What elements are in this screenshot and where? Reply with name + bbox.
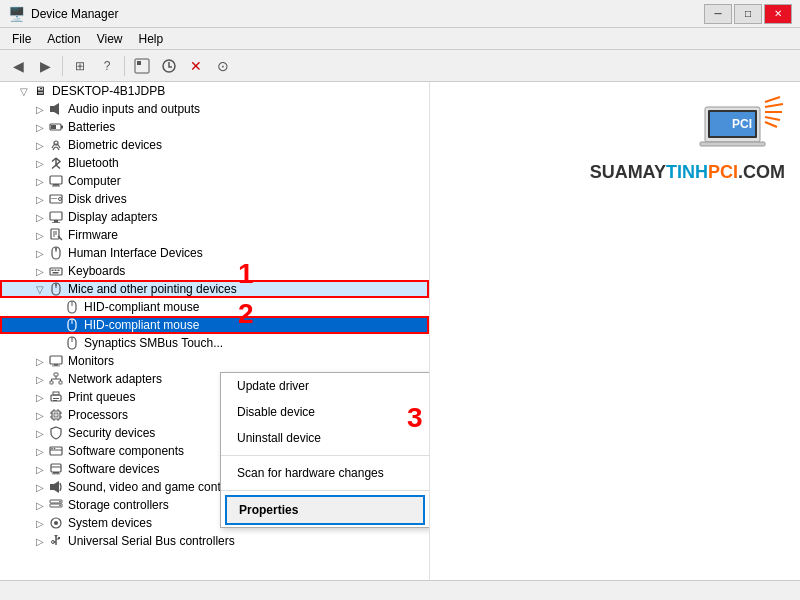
tree-root[interactable]: ▽ 🖥 DESKTOP-4B1JDPB bbox=[0, 82, 429, 100]
security-icon bbox=[48, 425, 64, 441]
toolbar: ◀ ▶ ⊞ ? ✕ ⊙ bbox=[0, 50, 800, 82]
computer-label: Computer bbox=[68, 174, 121, 188]
svg-rect-51 bbox=[53, 398, 59, 399]
tree-item-mice[interactable]: ▽ Mice and other pointing devices bbox=[0, 280, 429, 298]
tree-item-audio[interactable]: ▷ Audio inputs and outputs bbox=[0, 100, 429, 118]
svg-line-94 bbox=[765, 122, 777, 127]
menu-action[interactable]: Action bbox=[39, 30, 88, 48]
title-bar: 🖥️ Device Manager ─ □ ✕ bbox=[0, 0, 800, 28]
toolbar-separator-2 bbox=[124, 56, 125, 76]
tree-item-usb[interactable]: ▷ Universal Serial Bus controllers bbox=[0, 532, 429, 550]
print-toggle[interactable]: ▷ bbox=[32, 389, 48, 405]
tree-item-keyboards[interactable]: ▷ Keyboards bbox=[0, 262, 429, 280]
svg-rect-14 bbox=[51, 198, 57, 199]
svg-rect-15 bbox=[50, 212, 62, 220]
tree-item-hid-mouse-1[interactable]: ▷ HID-compliant mouse bbox=[0, 298, 429, 316]
svg-rect-54 bbox=[54, 413, 58, 417]
audio-toggle[interactable]: ▷ bbox=[32, 101, 48, 117]
main-content: ▽ 🖥 DESKTOP-4B1JDPB ▷ Audio inputs and o… bbox=[0, 82, 800, 580]
display-toggle[interactable]: ▷ bbox=[32, 209, 48, 225]
svg-point-66 bbox=[54, 448, 56, 450]
monitors-icon bbox=[48, 353, 64, 369]
svg-rect-17 bbox=[52, 222, 60, 223]
ctx-separator-2 bbox=[221, 490, 429, 491]
brand-tinh: TINH bbox=[666, 162, 708, 183]
svg-rect-6 bbox=[61, 126, 63, 129]
usb-label: Universal Serial Bus controllers bbox=[68, 534, 235, 548]
device-tree[interactable]: ▽ 🖥 DESKTOP-4B1JDPB ▷ Audio inputs and o… bbox=[0, 82, 430, 580]
network-toggle[interactable]: ▷ bbox=[32, 371, 48, 387]
svg-rect-52 bbox=[53, 400, 57, 401]
toolbar-delete[interactable]: ✕ bbox=[184, 54, 208, 78]
svg-rect-69 bbox=[53, 472, 59, 474]
biometric-label: Biometric devices bbox=[68, 138, 162, 152]
toolbar-forward[interactable]: ▶ bbox=[33, 54, 57, 78]
tree-item-synaptics[interactable]: ▷ Synaptics SMBus Touch... bbox=[0, 334, 429, 352]
maximize-button[interactable]: □ bbox=[734, 4, 762, 24]
toolbar-help[interactable]: ? bbox=[95, 54, 119, 78]
firmware-icon bbox=[48, 227, 64, 243]
sound-icon bbox=[48, 479, 64, 495]
security-toggle[interactable]: ▷ bbox=[32, 425, 48, 441]
biometric-toggle[interactable]: ▷ bbox=[32, 137, 48, 153]
firmware-toggle[interactable]: ▷ bbox=[32, 227, 48, 243]
tree-item-biometric[interactable]: ▷ Biometric devices bbox=[0, 136, 429, 154]
ctx-update-driver[interactable]: Update driver bbox=[221, 373, 429, 399]
tree-item-monitors[interactable]: ▷ Monitors bbox=[0, 352, 429, 370]
svg-line-90 bbox=[765, 97, 780, 102]
hid-toggle[interactable]: ▷ bbox=[32, 245, 48, 261]
toolbar-back[interactable]: ◀ bbox=[6, 54, 30, 78]
svg-rect-9 bbox=[50, 176, 62, 184]
usb-toggle[interactable]: ▷ bbox=[32, 533, 48, 549]
toolbar-properties[interactable]: ⊞ bbox=[68, 54, 92, 78]
tree-item-bluetooth[interactable]: ▷ Bluetooth bbox=[0, 154, 429, 172]
pci-logo-svg: PCI bbox=[695, 92, 785, 162]
keyboards-toggle[interactable]: ▷ bbox=[32, 263, 48, 279]
context-menu: Update driver Disable device Uninstall d… bbox=[220, 372, 430, 528]
tree-item-display[interactable]: ▷ Display adapters bbox=[0, 208, 429, 226]
svg-point-13 bbox=[59, 198, 62, 201]
tree-item-hid[interactable]: ▷ Human Interface Devices bbox=[0, 244, 429, 262]
processors-toggle[interactable]: ▷ bbox=[32, 407, 48, 423]
swcomp-toggle[interactable]: ▷ bbox=[32, 443, 48, 459]
disk-label: Disk drives bbox=[68, 192, 127, 206]
storage-toggle[interactable]: ▷ bbox=[32, 497, 48, 513]
close-button[interactable]: ✕ bbox=[764, 4, 792, 24]
bluetooth-toggle[interactable]: ▷ bbox=[32, 155, 48, 171]
monitors-toggle[interactable]: ▷ bbox=[32, 353, 48, 369]
swdev-toggle[interactable]: ▷ bbox=[32, 461, 48, 477]
ctx-properties[interactable]: Properties bbox=[225, 495, 425, 525]
tree-item-hid-mouse-2[interactable]: ▷ HID-compliant mouse bbox=[0, 316, 429, 334]
mice-toggle[interactable]: ▽ bbox=[32, 281, 48, 297]
tree-item-firmware[interactable]: ▷ Firmware bbox=[0, 226, 429, 244]
tree-item-batteries[interactable]: ▷ Batteries bbox=[0, 118, 429, 136]
menu-file[interactable]: File bbox=[4, 30, 39, 48]
toolbar-show-hidden[interactable] bbox=[130, 54, 154, 78]
toolbar-refresh[interactable]: ⊙ bbox=[211, 54, 235, 78]
network-icon bbox=[48, 371, 64, 387]
tree-item-computer[interactable]: ▷ Computer bbox=[0, 172, 429, 190]
system-toggle[interactable]: ▷ bbox=[32, 515, 48, 531]
root-toggle[interactable]: ▽ bbox=[16, 83, 32, 99]
usb-icon bbox=[48, 533, 64, 549]
menu-view[interactable]: View bbox=[89, 30, 131, 48]
batteries-toggle[interactable]: ▷ bbox=[32, 119, 48, 135]
menu-help[interactable]: Help bbox=[131, 30, 172, 48]
ctx-uninstall-device[interactable]: Uninstall device bbox=[221, 425, 429, 451]
minimize-button[interactable]: ─ bbox=[704, 4, 732, 24]
tree-item-disk[interactable]: ▷ Disk drives bbox=[0, 190, 429, 208]
toolbar-update[interactable] bbox=[157, 54, 181, 78]
swdev-icon bbox=[48, 461, 64, 477]
disk-toggle[interactable]: ▷ bbox=[32, 191, 48, 207]
svg-rect-41 bbox=[52, 366, 60, 367]
swcomp-label: Software components bbox=[68, 444, 184, 458]
ctx-scan-hardware[interactable]: Scan for hardware changes bbox=[221, 460, 429, 486]
svg-rect-16 bbox=[54, 220, 58, 222]
ctx-disable-device[interactable]: Disable device bbox=[221, 399, 429, 425]
storage-label: Storage controllers bbox=[68, 498, 169, 512]
svg-rect-42 bbox=[54, 373, 58, 376]
logo-panel: PCI SUAMAYTINHPCI.COM bbox=[430, 82, 800, 580]
computer-toggle[interactable]: ▷ bbox=[32, 173, 48, 189]
svg-rect-70 bbox=[52, 474, 60, 475]
sound-toggle[interactable]: ▷ bbox=[32, 479, 48, 495]
